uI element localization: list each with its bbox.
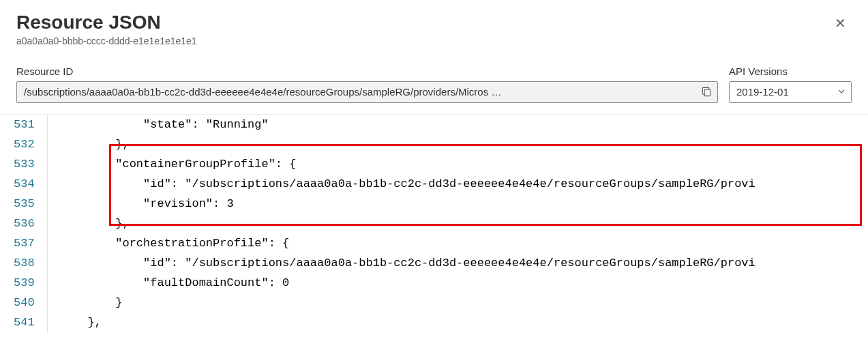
line-number: 537	[14, 233, 35, 253]
code-line: },	[60, 214, 868, 233]
line-number: 532	[14, 134, 35, 154]
api-versions-value: 2019-12-01	[736, 86, 789, 98]
code-line: "state": "Running"	[60, 115, 868, 134]
page-subtitle: a0a0a0a0-bbbb-cccc-dddd-e1e1e1e1e1e1	[16, 35, 829, 46]
line-number: 541	[14, 313, 35, 332]
chevron-down-icon	[837, 86, 845, 98]
api-versions-field: API Versions 2019-12-01	[729, 66, 852, 103]
code-line: "revision": 3	[60, 194, 868, 214]
line-number: 533	[14, 154, 35, 174]
close-icon: ✕	[835, 16, 846, 31]
code-line: "id": "/subscriptions/aaaa0a0a-bb1b-cc2c…	[60, 174, 868, 194]
line-number: 536	[14, 214, 35, 233]
panel-header: Resource JSON a0a0a0a0-bbbb-cccc-dddd-e1…	[0, 0, 868, 52]
line-number: 538	[14, 253, 35, 273]
line-number: 540	[14, 293, 35, 313]
code-content[interactable]: "state": "Running" }, "containerGroupPro…	[48, 115, 868, 332]
controls-row: Resource ID /subscriptions/aaaa0a0a-bb1b…	[0, 52, 868, 108]
resource-id-label: Resource ID	[16, 66, 718, 77]
close-button[interactable]: ✕	[829, 14, 852, 33]
code-line: },	[60, 134, 868, 154]
code-line: },	[60, 313, 868, 332]
resource-id-input[interactable]: /subscriptions/aaaa0a0a-bb1b-cc2c-dd3d-e…	[16, 81, 718, 103]
code-line: }	[60, 293, 868, 313]
code-line: "orchestrationProfile": {	[60, 233, 868, 253]
code-line: "id": "/subscriptions/aaaa0a0a-bb1b-cc2c…	[60, 253, 868, 273]
resource-id-field: Resource ID /subscriptions/aaaa0a0a-bb1b…	[16, 66, 718, 103]
api-versions-label: API Versions	[729, 66, 852, 77]
line-number: 531	[14, 115, 35, 134]
code-line: "containerGroupProfile": {	[60, 154, 868, 174]
line-number: 534	[14, 174, 35, 194]
svg-rect-0	[704, 89, 710, 96]
line-number-gutter: 531532533534535536537538539540541	[0, 115, 48, 332]
line-number: 535	[14, 194, 35, 214]
code-line: "faultDomainCount": 0	[60, 273, 868, 293]
api-versions-dropdown[interactable]: 2019-12-01	[729, 81, 852, 103]
code-viewer[interactable]: 531532533534535536537538539540541 "state…	[0, 114, 868, 332]
copy-icon[interactable]	[698, 84, 715, 100]
header-left: Resource JSON a0a0a0a0-bbbb-cccc-dddd-e1…	[16, 11, 829, 46]
resource-id-value: /subscriptions/aaaa0a0a-bb1b-cc2c-dd3d-e…	[24, 86, 698, 98]
line-number: 539	[14, 273, 35, 293]
page-title: Resource JSON	[16, 11, 829, 34]
